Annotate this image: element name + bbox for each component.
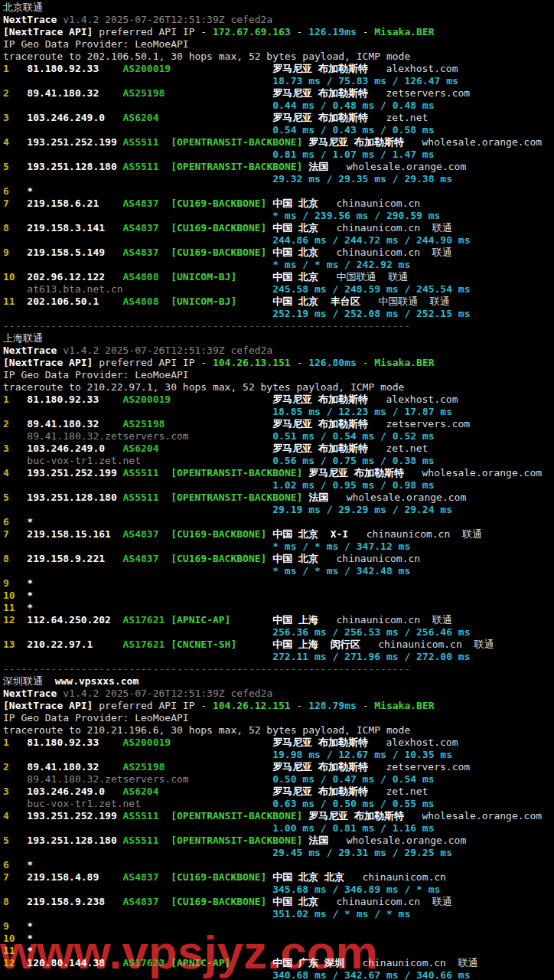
hop-geo: 中国 北京 北京 <box>272 871 344 883</box>
hop-ip: 89.41.180.32 <box>27 418 122 430</box>
hop-number: 1 <box>3 63 27 74</box>
terminal-line: 19.98 ms / 12.67 ms / 10.35 ms <box>3 749 542 761</box>
terminal-line: * ms / 239.56 ms / 290.59 ms <box>3 210 542 222</box>
hop-asn: AS4808 <box>123 296 171 307</box>
terminal-line: [NextTrace API] preferred API IP - 172.6… <box>3 26 542 38</box>
hop-star: * <box>27 945 33 956</box>
terminal-line: 4 193.251.252.199 AS5511 [OPENTRANSIT-BA… <box>3 467 542 479</box>
hop-host: alexhost.com <box>386 737 458 748</box>
terminal-line: 11 * <box>3 945 542 957</box>
hop-asn: AS5511 <box>123 136 171 148</box>
hop-rtt: * ms / * ms / 342.48 ms <box>272 565 410 577</box>
traceroute-header: traceroute to 202.106.50.1, 30 hops max,… <box>3 51 410 62</box>
hop-geo: 罗马尼亚 布加勒斯特 <box>272 63 368 74</box>
hop-tag: [OPENTRANSIT-BACKBONE] <box>171 467 308 479</box>
terminal-line: 345.68 ms / 346.89 ms / * ms <box>3 884 542 896</box>
hop-geo: 罗马尼亚 布加勒斯特 <box>272 737 368 748</box>
terminal-line: 2 89.41.180.32 AS25198 罗马尼亚 布加勒斯特 zetser… <box>3 87 542 100</box>
hop-rtt: 351.02 ms / * ms / * ms <box>272 908 410 920</box>
hop-host: zetservers.com <box>386 418 471 430</box>
hop-number: 11 <box>3 296 27 307</box>
terminal-line: 29.32 ms / 29.35 ms / 29.38 ms <box>3 173 542 185</box>
hop-ip: 219.158.9.221 <box>27 553 122 564</box>
hop-tag: [OPENTRANSIT-BACKBONE] <box>171 810 308 822</box>
hop-ip: 103.246.249.0 <box>27 786 122 797</box>
api-latency: 128.79ms <box>308 700 357 711</box>
api-label: preferred API IP - <box>93 357 213 368</box>
hop-tag: [OPENTRANSIT-BACKBONE] <box>171 835 308 846</box>
terminal-line: 12 120.80.144.38 AS17623 [APNIC-AP] 中国 广… <box>3 957 542 969</box>
hop-tag: [UNICOM-BJ] <box>171 271 272 283</box>
hop-number: 3 <box>3 786 27 797</box>
hop-asn: AS4837 <box>123 896 171 907</box>
hop-number: 7 <box>3 198 27 209</box>
hop-number: 5 <box>3 835 27 846</box>
hop-number: 4 <box>3 467 27 479</box>
hop-tag: [CU169-BACKBONE] <box>171 896 272 907</box>
terminal-line: [NextTrace API] preferred API IP - 104.2… <box>3 357 542 369</box>
hop-ip: 193.251.252.199 <box>27 467 122 479</box>
hop-number: 7 <box>3 871 27 883</box>
hop-number: 12 <box>3 614 27 626</box>
terminal-line: traceroute to 202.106.50.1, 30 hops max,… <box>3 51 542 63</box>
terminal-line: 18.73 ms / 75.83 ms / 126.47 ms <box>3 75 542 87</box>
terminal-line: 北京联通 <box>3 2 542 14</box>
hop-geo: 中国 北京 <box>272 222 318 234</box>
hop-tag: [CU169-BACKBONE] <box>171 528 272 540</box>
hop-tag: [OPENTRANSIT-BACKBONE] <box>171 136 308 148</box>
terminal-line: 8 219.158.9.238 AS4837 [CU169-BACKBONE] … <box>3 896 542 908</box>
hop-host: wholesale.orange.com <box>422 810 543 822</box>
hop-number: 12 <box>3 957 27 969</box>
terminal-line: 6 * <box>3 185 542 198</box>
terminal-line: 89.41.180.32.zetservers.com 0.51 ms / 0.… <box>3 430 542 443</box>
terminal-line: 4 193.251.252.199 AS5511 [OPENTRANSIT-BA… <box>3 810 542 822</box>
hop-ip: 112.64.250.202 <box>27 614 122 626</box>
hop-host: chinaunicom.cn <box>337 553 421 564</box>
hop-number: 8 <box>3 222 27 234</box>
hop-number: 8 <box>3 896 27 907</box>
hop-geo: 罗马尼亚 布加勒斯特 <box>272 394 368 405</box>
terminal-line: 11 * <box>3 602 542 614</box>
terminal-line: buc-vox-tr1.zet.net 0.63 ms / 0.50 ms / … <box>3 798 542 810</box>
hop-asn: AS17621 <box>123 614 171 626</box>
hop-asn: AS6204 <box>123 786 171 797</box>
hop-geo: 中国 北京 <box>272 247 318 258</box>
terminal-line: 5 193.251.128.180 AS5511 [OPENTRANSIT-BA… <box>3 835 542 847</box>
hop-geo: 法国 <box>308 161 328 172</box>
terminal-line: ----------------------------------------… <box>3 663 542 675</box>
hop-geo: 罗马尼亚 布加勒斯特 <box>272 761 368 773</box>
terminal-line: 11 202.106.50.1 AS4808 [UNICOM-BJ] 中国 北京… <box>3 296 542 308</box>
hop-number: 3 <box>3 443 27 454</box>
hop-host: chinaunicom.cn <box>337 198 421 209</box>
terminal-line: 9 * <box>3 920 542 933</box>
hop-asn: AS5511 <box>123 492 171 503</box>
terminal-line: 29.19 ms / 29.29 ms / 29.24 ms <box>3 504 542 516</box>
hop-carrier: 联通 <box>462 528 482 540</box>
hop-star: * <box>27 577 33 589</box>
section-divider: ----------------------------------------… <box>3 320 410 332</box>
hop-number: 10 <box>3 271 27 283</box>
terminal-line: 13 210.22.97.1 AS17621 [CNCNET-SH] 中国 上海… <box>3 639 542 651</box>
hop-number: 3 <box>3 112 27 123</box>
hop-star: * <box>27 185 33 197</box>
terminal-line: IP Geo Data Provider: LeoMoeAPI <box>3 369 542 381</box>
terminal-line: 252.19 ms / 252.08 ms / 252.15 ms <box>3 308 542 320</box>
hop-ip: 202.106.50.1 <box>27 296 122 307</box>
terminal-line: 89.41.180.32.zetservers.com 0.50 ms / 0.… <box>3 773 542 786</box>
hop-number: 9 <box>3 920 27 932</box>
terminal-line: 8 219.158.3.141 AS4837 [CU169-BACKBONE] … <box>3 222 542 234</box>
hop-star: * <box>27 602 33 613</box>
hop-asn: AS200019 <box>123 394 171 405</box>
hop-asn: AS25198 <box>123 761 171 773</box>
hop-asn: AS25198 <box>123 87 171 99</box>
hop-geo: 罗马尼亚 布加勒斯特 <box>308 810 404 822</box>
hop-host: zet.net <box>386 786 429 797</box>
terminal-line: 3 103.246.249.0 AS6204 罗马尼亚 布加勒斯特 zet.ne… <box>3 443 542 455</box>
hop-rtt: 0.63 ms / 0.50 ms / 0.55 ms <box>272 798 434 809</box>
hop-rtt: 0.50 ms / 0.47 ms / 0.54 ms <box>272 773 434 785</box>
terminal-line: 2 89.41.180.32 AS25198 罗马尼亚 布加勒斯特 zetser… <box>3 418 542 430</box>
hop-tag: [APNIC-AP] <box>171 614 272 626</box>
hop-geo: 法国 <box>308 835 328 846</box>
hop-geo: 中国 上海 闵行区 <box>272 639 360 650</box>
api-latency: 126.80ms <box>308 357 357 368</box>
